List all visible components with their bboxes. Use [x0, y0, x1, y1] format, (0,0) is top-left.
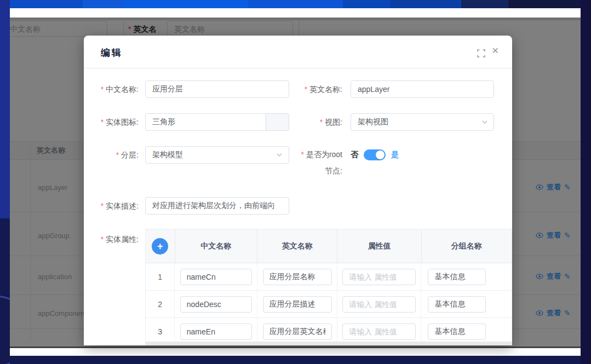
attr-en-input[interactable] [263, 269, 332, 285]
entity-desc-label: *实体描述: [89, 197, 139, 215]
attr-en-input[interactable] [263, 296, 332, 313]
cn-name-label: *中文名称: [89, 80, 139, 98]
en-name-label: *英文名称: [293, 80, 342, 98]
attr-value-input[interactable] [342, 269, 416, 285]
required-mark: * [101, 85, 104, 94]
dialog-title: 编辑 [101, 47, 123, 59]
attr-value-input[interactable] [342, 323, 416, 340]
attr-group-input[interactable] [428, 296, 486, 313]
is-root-toggle[interactable] [364, 149, 386, 160]
close-icon[interactable]: × [492, 44, 498, 56]
attr-row-index: 2 [146, 291, 175, 317]
attr-row: 2 [146, 291, 512, 318]
attr-header-en: 英文名称 [257, 229, 337, 263]
entity-icon-label: *实体图标: [89, 113, 139, 131]
required-mark: * [101, 235, 104, 244]
attr-header-cn: 中文名称 [175, 229, 258, 263]
attr-group-input[interactable] [428, 269, 486, 285]
required-mark: * [301, 150, 303, 159]
cn-name-input[interactable] [145, 80, 289, 98]
required-mark: * [116, 151, 119, 159]
attr-header-add: + [146, 229, 175, 263]
attr-row-index: 1 [146, 263, 175, 290]
view-label: *视图: [293, 113, 342, 131]
layer-select[interactable] [145, 146, 289, 164]
required-mark: * [101, 118, 104, 126]
view-select[interactable] [351, 113, 494, 131]
attr-cn-input[interactable] [180, 323, 252, 340]
window-chrome-bottom [10, 348, 581, 356]
toggle-off-label: 否 [351, 150, 358, 160]
decor-band-right [581, 0, 591, 364]
attr-header-value: 属性值 [337, 229, 422, 263]
layer-label: *分层: [89, 146, 139, 164]
window-chrome-top [10, 8, 581, 18]
required-mark: * [320, 118, 323, 126]
dialog-header: 编辑 × [84, 36, 512, 68]
en-name-input[interactable] [351, 80, 494, 98]
toggle-knob [376, 151, 385, 159]
chevron-down-icon [276, 151, 283, 159]
screen: *英文名 英文名称 appLayer appGroup application … [0, 0, 591, 364]
entity-desc-input[interactable] [145, 197, 289, 215]
is-root-field: 否 是 [351, 146, 399, 164]
attr-table-scrollbar[interactable] [145, 342, 512, 345]
edit-dialog: 编辑 × *中文名称: *英文名称: *实体图标: *视图: [84, 36, 512, 345]
attr-en-input[interactable] [263, 323, 332, 340]
decor-arc [0, 296, 10, 364]
is-root-label: *是否为root节点: [300, 146, 342, 179]
attr-cn-input[interactable] [180, 269, 252, 285]
attr-row: 1 [146, 263, 512, 291]
attr-value-input[interactable] [342, 296, 416, 313]
required-mark: * [101, 201, 104, 210]
fullscreen-icon[interactable] [477, 49, 485, 57]
decor-band-top [0, 0, 591, 8]
add-attr-button[interactable]: + [152, 238, 168, 255]
attr-table: + 中文名称 英文名称 属性值 分组名称 1 2 [145, 229, 512, 345]
decor-band-left [0, 0, 10, 364]
entity-icon-picker-button[interactable] [266, 113, 289, 131]
attr-header-group: 分组名称 [422, 229, 512, 263]
toggle-on-label: 是 [391, 150, 399, 160]
attr-table-header: + 中文名称 英文名称 属性值 分组名称 [146, 229, 512, 263]
attr-row-index: 3 [146, 318, 175, 345]
required-mark: * [305, 85, 307, 94]
chevron-down-icon [481, 118, 489, 126]
entity-attrs-label: *实体属性: [89, 230, 139, 248]
attr-group-input[interactable] [428, 323, 486, 340]
attr-cn-input[interactable] [180, 296, 252, 313]
